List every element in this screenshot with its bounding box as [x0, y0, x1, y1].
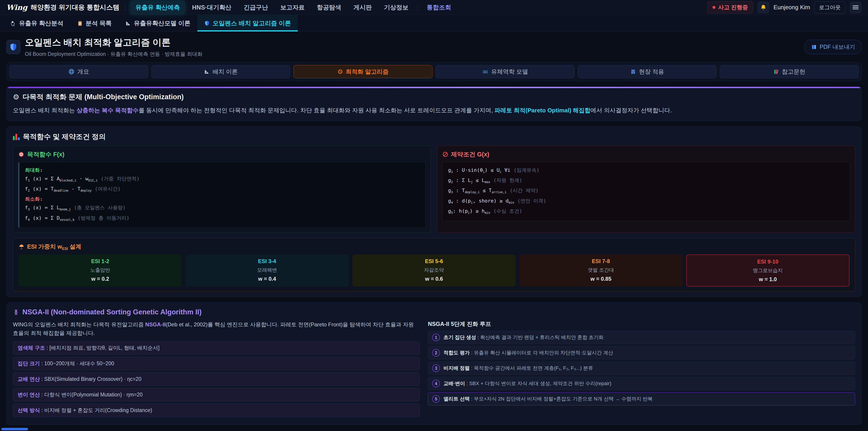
- nsga-left-column: WING의 오일펜스 배치 최적화는 다목적 유전알고리즘 NSGA-II(De…: [13, 320, 420, 419]
- beach-umbrella-icon: [19, 244, 24, 250]
- formula-line: f4 (x) = Σ Dvessel,k(방제정 총 이동거리): [25, 214, 420, 224]
- tab-label: 배치 이론: [213, 68, 238, 76]
- param-value: : SBX(Simulated Binary Crossover) · ηc=2…: [40, 376, 141, 382]
- esi-shore-type: 갯벌 조간대: [522, 267, 680, 274]
- step-number-badge: 4: [432, 380, 440, 388]
- notification-button[interactable]: [757, 1, 770, 13]
- loop-step-row: 4 교배·변이 : SBX + 다항식 변이로 자식 세대 생성, 제약조건 위…: [428, 377, 855, 390]
- subtab-boom-algorithm-theory[interactable]: 오일펜스 배치 알고리즘 이론: [197, 15, 298, 31]
- esi-weight-value: w = 0.85: [522, 276, 680, 282]
- step-text: 엘리트 선택 : 부모+자식 2N 집단에서 비지배 정렬+혼잡도 기준으로 N…: [443, 396, 653, 402]
- nav-item-aerial-search[interactable]: 항공탐색: [312, 1, 346, 14]
- definitions-title: 목적함수 및 제약조건 정의: [23, 132, 106, 142]
- bar-chart-icon: [13, 133, 20, 140]
- page-subtitle: Oil Boom Deployment Optimization · 유출유 확…: [25, 51, 203, 58]
- esi-card-grid: ESI 1-2 노출암반 w = 0.2 ESI 3-4 모래해변 w = 0.…: [19, 254, 849, 286]
- tab-deployment-theory[interactable]: 배치 이론: [151, 65, 290, 78]
- formula-line: g4 : d(pi, shore) ≥ dmin(연안 이격): [448, 196, 844, 207]
- step-text: 비지배 정렬 : 목적함수 공간에서 파레토 전면 계층(F₁, F₂, F₃.…: [443, 365, 593, 372]
- formula-line: g1 : U·sin(θi) ≤ Uc ∀i(임계유속): [448, 166, 844, 176]
- set-square-icon: [125, 20, 131, 26]
- param-label: 염색체 구조: [18, 345, 45, 351]
- loop-title: NSGA-II 5단계 진화 루프: [428, 320, 855, 328]
- clipboard-icon: [77, 20, 83, 26]
- label: 목적함수 F(x): [27, 150, 64, 158]
- menu-button[interactable]: [849, 1, 862, 13]
- esi-shore-type: 모래해변: [188, 267, 346, 274]
- label: 제약조건 G(x): [451, 150, 489, 158]
- esi-range: ESI 1-2: [21, 258, 180, 265]
- minimize-label: 최소화:: [25, 195, 420, 204]
- main-nav: 유출유 확산예측 HNS·대기확산 긴급구난 보고자료 항공탐색 게시판 기상정…: [130, 1, 702, 14]
- formula-line: g5: h(pi) ≥ hmin(수심 조건): [448, 207, 844, 217]
- nav-item-hns-atmospheric[interactable]: HNS·대기확산: [187, 1, 237, 14]
- formula-line: f3 (x) = Σ Lboom,j(총 오일펜스 사용량): [25, 204, 420, 214]
- logout-button[interactable]: 로그아웃: [814, 1, 845, 13]
- page-title: 오일펜스 배치 최적화 알고리즘 이론: [25, 36, 203, 49]
- nsga-param-row: 집단 크기 : 100~200개체 · 세대수 50~200: [13, 357, 420, 370]
- nav-item-reports[interactable]: 보고자료: [275, 1, 310, 14]
- step-text: 적합도 평가 : 유출유 확산 시뮬레이터로 각 배치안의 차단면적·도달시간 …: [443, 349, 613, 356]
- nsga-columns: WING의 오일펜스 배치 최적화는 다목적 유전알고리즘 NSGA-II(De…: [13, 320, 855, 419]
- page-title-block: 오일펜스 배치 최적화 알고리즘 이론 Oil Boom Deployment …: [25, 36, 203, 58]
- text: 에서 의사결정자가 선택합니다.: [590, 107, 672, 114]
- multi-objective-title: 다목적 최적화 문제 (Multi-Objective Optimization…: [23, 92, 184, 102]
- nav-item-oil-spill-prediction[interactable]: 유출유 확산예측: [130, 1, 185, 14]
- tab-hydrodynamic-model[interactable]: 유체역학 모델: [436, 65, 575, 78]
- nav-item-emergency-rescue[interactable]: 긴급구난: [239, 1, 273, 14]
- pdf-export-button[interactable]: PDF 내보내기: [804, 40, 862, 54]
- esi-weights-box: ESI 가중치 wESI 설계 ESI 1-2 노출암반 w = 0.2 ESI…: [13, 238, 855, 291]
- user-name: Eunjeong Kim: [774, 4, 810, 11]
- esi-range: ESI 9-10: [689, 258, 847, 265]
- objective-code-block: 최대화: f1 (x) = Σ Ablocked,i · wESI,i(가중 차…: [18, 162, 426, 228]
- definitions-card: 목적함수 및 제약조건 정의 목적함수 F(x) 최대화: f1 (x) = Σ: [6, 126, 862, 297]
- multi-objective-paragraph: 오일펜스 배치 최적화는 상충하는 복수 목적함수를 동시에 만족해야 하는 전…: [13, 106, 855, 115]
- esi-weight-value: w = 0.6: [355, 276, 513, 282]
- subtab-label: 유출유확산모델 이론: [134, 19, 191, 27]
- tab-label: 참고문헌: [782, 68, 805, 76]
- esi-card-7-8: ESI 7-8 갯벌 조간대 w = 0.85: [519, 254, 682, 286]
- param-label: 집단 크기: [18, 361, 40, 366]
- books-icon: [773, 69, 779, 74]
- red-dot-icon: [712, 6, 715, 9]
- esi-weight-value: w = 0.4: [188, 276, 346, 282]
- highlight-cyan: 파레토 최적(Pareto Optimal) 해집합: [495, 107, 591, 114]
- nav-item-weather-info[interactable]: 기상정보: [379, 1, 413, 14]
- horizontal-scrollbar-thumb[interactable]: [1, 428, 28, 430]
- nav-item-integrated-search[interactable]: 통합조회: [422, 1, 456, 14]
- step-number-badge: 2: [432, 349, 440, 357]
- nsga-right-column: NSGA-II 5단계 진화 루프 1 초기 집단 생성 : 확산예측 결과 기…: [428, 320, 855, 419]
- section-title: 목적함수 및 제약조건 정의: [13, 132, 855, 142]
- wing-logo: Wing: [6, 3, 27, 12]
- subtab-analysis-list[interactable]: 분석 목록: [70, 15, 119, 31]
- nav-item-board[interactable]: 게시판: [348, 1, 377, 14]
- objective-function-card: 목적함수 F(x) 최대화: f1 (x) = Σ Ablocked,i · w…: [13, 146, 431, 233]
- app-root: { "icons": { "gear": "⚙" }, "navbar": { …: [0, 0, 868, 431]
- horizontal-scrollbar-track: [0, 427, 868, 431]
- dna-icon: [13, 309, 19, 315]
- loop-step-row: 1 초기 집단 생성 : 확산예측 결과 기반 랜덤 + 휴리스틱 배치안 혼합…: [428, 331, 855, 344]
- step-text: 교배·변이 : SBX + 다항식 변이로 자식 세대 생성, 제약조건 위반 …: [443, 380, 612, 387]
- tab-overview[interactable]: 개요: [9, 65, 148, 78]
- esi-shore-type: 자갈조약: [355, 267, 513, 274]
- nsga-card: NSGA-II (Non-dominated Sorting Genetic A…: [6, 302, 862, 425]
- subtab-diffusion-analysis[interactable]: 유출유 확산분석: [3, 15, 70, 31]
- gear-icon: ⚙: [338, 68, 343, 75]
- bell-icon: [760, 4, 767, 11]
- globe-icon: [68, 68, 74, 75]
- tab-optimization-algorithm[interactable]: ⚙ 최적화 알고리즘: [293, 65, 432, 78]
- incident-status-badge[interactable]: 사고 진행중: [707, 1, 753, 13]
- esi-card-3-4: ESI 3-4 모래해변 w = 0.4: [185, 254, 348, 286]
- microscope-icon: [10, 20, 16, 26]
- esi-weights-title: ESI 가중치 wESI 설계: [19, 243, 849, 251]
- tab-field-application[interactable]: 현장 적용: [578, 65, 717, 78]
- nsga-param-row: 교배 연산 : SBX(Simulated Binary Crossover) …: [13, 372, 420, 386]
- nsga-description: WING의 오일펜스 배치 최적화는 다목적 유전알고리즘 NSGA-II(De…: [13, 320, 420, 337]
- tab-label: 현장 적용: [639, 68, 664, 76]
- hamburger-icon: [852, 4, 859, 10]
- subtab-diffusion-model-theory[interactable]: 유출유확산모델 이론: [119, 15, 197, 31]
- param-label: 선택 방식: [18, 407, 40, 413]
- tab-label: 최적화 알고리즘: [346, 68, 389, 76]
- formula-line: f1 (x) = Σ Ablocked,i · wESI,i(가중 차단면적): [25, 175, 420, 185]
- tab-references[interactable]: 참고문헌: [720, 65, 859, 78]
